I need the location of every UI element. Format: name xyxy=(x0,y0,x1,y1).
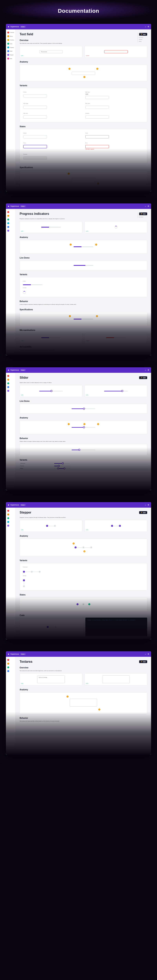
sidebar-item[interactable] xyxy=(7,210,15,214)
edit-button[interactable]: Edit xyxy=(139,511,147,514)
sidebar-item[interactable] xyxy=(7,662,15,665)
step-dot[interactable]: 1 xyxy=(46,525,48,527)
slider-live[interactable] xyxy=(72,409,95,409)
sidebar-item[interactable] xyxy=(7,509,15,512)
slider-demo[interactable] xyxy=(39,391,63,391)
state-input[interactable] xyxy=(85,135,109,138)
variant-input xyxy=(85,115,109,119)
do-badge: Do xyxy=(86,529,88,530)
search-icon[interactable]: ⌕ xyxy=(145,205,146,207)
variant-input[interactable] xyxy=(85,96,109,99)
project-pill[interactable]: Docs xyxy=(20,504,26,506)
doc-window-slider: ◆SupernovaDocs ⌕⚙ SliderEdit Sliders all… xyxy=(6,367,151,490)
dont-badge: Don't xyxy=(86,340,89,341)
slider-demo[interactable] xyxy=(104,391,128,391)
toc-item[interactable]: Overview xyxy=(137,212,149,214)
variants-grid: Default With labelLabel With helper With… xyxy=(20,88,147,122)
sidebar-item[interactable] xyxy=(7,225,15,229)
code-block[interactable]: <Stepper activeStep={1}> <Step label="Fi… xyxy=(85,617,147,636)
sidebar-item[interactable] xyxy=(7,229,15,232)
toc-item[interactable]: Variants xyxy=(137,38,149,40)
sidebar-item[interactable] xyxy=(7,222,15,225)
step-dot[interactable]: 2 xyxy=(119,525,121,527)
sidebar-item[interactable]: Button xyxy=(7,35,15,38)
textarea-demo[interactable] xyxy=(102,675,130,683)
sidebar-item[interactable] xyxy=(7,218,15,221)
sidebar-item[interactable] xyxy=(7,517,15,520)
textfield-demo[interactable] xyxy=(39,50,63,53)
state-input[interactable] xyxy=(23,145,47,148)
sidebar-item[interactable]: Checkbox xyxy=(7,38,15,41)
variant-label: With prefix xyxy=(85,103,143,104)
sidebar-item[interactable]: Slider xyxy=(7,49,15,53)
settings-icon[interactable]: ⚙ xyxy=(147,205,149,207)
sidebar-item[interactable] xyxy=(7,670,15,673)
slider-thumb[interactable] xyxy=(121,390,123,392)
slider-thumb[interactable] xyxy=(50,390,53,392)
spec-point-icon: 1 xyxy=(68,173,70,175)
topbar: ◆SupernovaDocs ⌕⚙ xyxy=(6,367,151,373)
doc-window-progress: ◆SupernovaDocs ⌕⚙ Overview Anatomy Live … xyxy=(6,204,151,356)
sidebar-item[interactable] xyxy=(7,524,15,527)
sidebar-item[interactable] xyxy=(7,378,15,381)
settings-icon[interactable]: ⚙ xyxy=(147,504,149,506)
app-name: Supernova xyxy=(10,369,19,371)
search-icon[interactable]: ⌕ xyxy=(145,504,146,506)
state-label: Hover xyxy=(85,132,143,134)
variant-input[interactable] xyxy=(85,106,109,109)
edit-button[interactable]: Edit xyxy=(139,376,147,379)
sidebar-item[interactable] xyxy=(7,374,15,377)
toc-item[interactable]: Overview xyxy=(137,33,149,35)
project-pill[interactable]: Docs xyxy=(20,205,26,207)
doc-window-textfield: ◆ Supernova Docs ⌕ ⚙ Overview Button Che… xyxy=(6,24,151,192)
sidebar-item[interactable]: Stepper xyxy=(7,53,15,56)
example-card: Do xyxy=(20,385,82,397)
toc-item[interactable]: Anatomy xyxy=(137,214,149,216)
sidebar-item[interactable] xyxy=(7,659,15,662)
sidebar-item[interactable]: Input xyxy=(7,42,15,45)
textfield-demo[interactable] xyxy=(104,50,128,53)
project-pill[interactable]: Docs xyxy=(20,369,26,371)
search-icon[interactable]: ⌕ xyxy=(145,369,146,371)
slider-thumb[interactable] xyxy=(83,408,85,410)
settings-icon[interactable]: ⚙ xyxy=(147,25,149,28)
sidebar-item[interactable] xyxy=(7,382,15,385)
section-heading: Overview xyxy=(20,667,147,669)
sidebar-item[interactable] xyxy=(7,385,15,389)
code-preview-card: 12 xyxy=(20,619,83,635)
toc-item[interactable]: Live demo xyxy=(137,37,149,38)
state-input[interactable] xyxy=(85,145,109,148)
sidebar-item[interactable] xyxy=(7,214,15,217)
variant-input[interactable] xyxy=(23,94,47,97)
sidebar-item[interactable] xyxy=(7,389,15,392)
textarea-demo[interactable] xyxy=(37,675,65,683)
variant-input[interactable] xyxy=(23,106,47,109)
edit-button[interactable]: Edit xyxy=(139,660,147,663)
project-pill[interactable]: Docs xyxy=(20,26,26,28)
state-input xyxy=(23,156,47,159)
toc-item[interactable]: Anatomy xyxy=(137,35,149,37)
toc-item[interactable]: States xyxy=(137,40,149,42)
sidebar-item[interactable] xyxy=(7,520,15,523)
sidebar-item[interactable]: Overview xyxy=(7,31,15,34)
step-dot[interactable]: ✓ xyxy=(111,525,113,527)
search-icon[interactable]: ⌕ xyxy=(145,25,146,28)
sidebar-item[interactable] xyxy=(7,513,15,516)
settings-icon[interactable]: ⚙ xyxy=(147,653,149,655)
variant-label: Vertical xyxy=(23,575,26,576)
stepper-demo: ✓2 xyxy=(111,525,121,527)
state-input[interactable] xyxy=(23,135,47,138)
sidebar-item[interactable]: Progress xyxy=(7,46,15,49)
progress-demo[interactable] xyxy=(74,265,93,266)
toc-item[interactable]: Live demo xyxy=(137,216,149,218)
sidebar-item[interactable] xyxy=(7,666,15,669)
sidebar-item[interactable]: Tabs xyxy=(7,57,15,60)
project-pill[interactable]: Docs xyxy=(20,653,26,655)
anatomy-card: 12 xyxy=(20,240,147,254)
step-dot[interactable]: 2 xyxy=(54,525,56,527)
settings-icon[interactable]: ⚙ xyxy=(147,369,149,371)
spec-point-icon: B xyxy=(96,315,98,317)
topbar: ◆SupernovaDocs ⌕⚙ xyxy=(6,502,151,508)
search-icon[interactable]: ⌕ xyxy=(145,653,146,655)
variant-input[interactable] xyxy=(23,115,47,119)
